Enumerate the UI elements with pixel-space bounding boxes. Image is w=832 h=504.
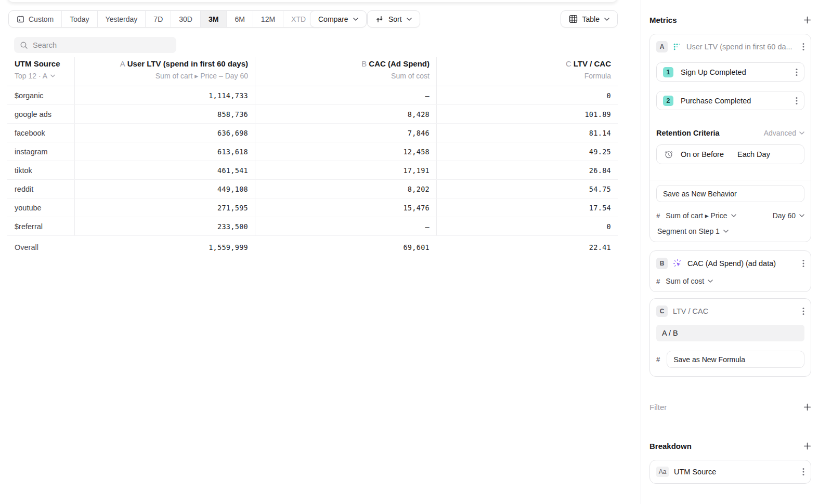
formula-input[interactable]: A / B bbox=[656, 325, 804, 341]
add-breakdown-button[interactable] bbox=[803, 442, 811, 450]
kebab-menu-icon[interactable] bbox=[802, 43, 804, 51]
cell-utm-source: youtube bbox=[7, 198, 74, 217]
date-range-label: 6M bbox=[235, 15, 244, 23]
date-range-label: 12M bbox=[261, 15, 275, 23]
column-subtitle: Sum of cost bbox=[391, 72, 430, 80]
advanced-label: Advanced bbox=[764, 129, 796, 137]
kebab-menu-icon[interactable] bbox=[796, 97, 798, 105]
day-window-label: Day 60 bbox=[773, 211, 796, 220]
table-row[interactable]: instagram 613,618 12,458 49.25 bbox=[7, 142, 618, 161]
save-as-new-formula-button[interactable]: Save as New Formula bbox=[667, 351, 804, 368]
column-letter: B bbox=[361, 59, 367, 68]
table-row[interactable]: facebook 636,698 7,846 81.14 bbox=[7, 124, 618, 142]
date-range-yesterday[interactable]: Yesterday bbox=[98, 11, 146, 27]
measure-property-dropdown[interactable]: Sum of cost bbox=[666, 277, 713, 285]
search-input[interactable] bbox=[33, 41, 171, 49]
retention-metric-icon bbox=[673, 43, 681, 51]
breakdown-table: UTM Source Top 12 · A AUser LTV (spend i… bbox=[7, 57, 618, 259]
chevron-down-icon[interactable] bbox=[50, 74, 55, 77]
criteria-condition[interactable]: On or Before bbox=[681, 150, 724, 158]
advanced-dropdown[interactable]: Advanced bbox=[764, 129, 804, 137]
table-row[interactable]: youtube 271,595 15,476 17.54 bbox=[7, 198, 618, 217]
table-row[interactable]: google ads 858,736 8,428 101.89 bbox=[7, 105, 618, 124]
kebab-menu-icon[interactable] bbox=[802, 259, 804, 268]
column-header-utm-source[interactable]: UTM Source Top 12 · A bbox=[7, 57, 74, 86]
chevron-down-icon bbox=[731, 214, 736, 217]
metric-title[interactable]: User LTV (spend in first 60 da... bbox=[686, 43, 797, 51]
breakdown-item-card[interactable]: Aa UTM Source bbox=[649, 460, 811, 484]
metric-card-a: A User LTV (spend in first 60 da... 1 Si… bbox=[649, 34, 811, 242]
cell-utm-source: reddit bbox=[7, 180, 74, 198]
metrics-title: Metrics bbox=[649, 16, 677, 24]
measure-property-label: Sum of cost bbox=[666, 277, 704, 285]
card-divider bbox=[650, 180, 811, 180]
column-header-ltv-cac[interactable]: CLTV / CAC Formula bbox=[436, 57, 618, 86]
metric-card-c: C LTV / CAC A / B # Save as New Formula bbox=[649, 298, 811, 377]
add-metric-button[interactable] bbox=[803, 16, 811, 24]
cell-user-ltv: 449,108 bbox=[74, 180, 255, 198]
table-row[interactable]: tiktok 461,541 17,191 26.84 bbox=[7, 161, 618, 180]
date-range-7d[interactable]: 7D bbox=[146, 11, 171, 27]
table-row[interactable]: reddit 449,108 8,202 54.75 bbox=[7, 180, 618, 198]
column-subtitle: Top 12 · A bbox=[15, 72, 47, 80]
column-header-cac[interactable]: BCAC (Ad Spend) Sum of cost bbox=[255, 57, 436, 86]
sort-button[interactable]: Sort bbox=[367, 10, 420, 28]
column-subtitle: Formula bbox=[584, 72, 611, 80]
date-range-6m[interactable]: 6M bbox=[227, 11, 253, 27]
breakdown-title: Breakdown bbox=[649, 442, 692, 450]
retention-criteria-row[interactable]: On or Before Each Day bbox=[656, 144, 804, 164]
funnel-step-1[interactable]: 1 Sign Up Completed bbox=[656, 62, 804, 82]
save-as-new-behavior-button[interactable]: Save as New Behavior bbox=[656, 185, 804, 202]
table-overall-row: Overall 1,559,999 69,601 22.41 bbox=[7, 236, 618, 259]
metric-card-b: B CAC (Ad Spend) (ad data) # Sum of cost bbox=[649, 250, 811, 292]
date-range-today[interactable]: Today bbox=[62, 11, 97, 27]
criteria-unit[interactable]: Each Day bbox=[737, 150, 770, 158]
date-range-30d[interactable]: 30D bbox=[171, 11, 201, 27]
compare-button[interactable]: Compare bbox=[310, 10, 367, 28]
string-property-badge: Aa bbox=[656, 467, 669, 477]
kebab-menu-icon[interactable] bbox=[796, 68, 798, 76]
view-type-label: Table bbox=[582, 15, 600, 23]
day-window-dropdown[interactable]: Day 60 bbox=[773, 211, 804, 220]
date-range-3m-selected[interactable]: 3M bbox=[201, 11, 227, 27]
save-formula-row: # Save as New Formula bbox=[656, 351, 804, 368]
segment-row: Segment on Step 1 bbox=[656, 227, 804, 235]
date-range-12m[interactable]: 12M bbox=[253, 11, 283, 27]
number-type-icon: # bbox=[656, 355, 660, 363]
cell-ltv-cac: 17.54 bbox=[436, 198, 618, 217]
table-row[interactable]: $referral 233,500 – 0 bbox=[7, 217, 618, 236]
cell-cac: 8,202 bbox=[255, 180, 436, 198]
cell-cac: 17,191 bbox=[255, 161, 436, 179]
cell-ltv-cac: 101.89 bbox=[436, 105, 618, 123]
scrolled-card-edge bbox=[7, 0, 618, 2]
funnel-step-2[interactable]: 2 Purchase Completed bbox=[656, 91, 804, 110]
cell-ltv-cac: 49.25 bbox=[436, 142, 618, 161]
view-type-table-button[interactable]: Table bbox=[561, 10, 618, 28]
measure-property-label: Sum of cart ▸ Price bbox=[666, 211, 727, 220]
column-title: User LTV (spend in first 60 days) bbox=[127, 59, 248, 68]
table-row[interactable]: $organic 1,114,733 – 0 bbox=[7, 86, 618, 105]
kebab-menu-icon[interactable] bbox=[802, 307, 804, 315]
date-range-label: Today bbox=[70, 15, 89, 23]
chevron-down-icon bbox=[799, 131, 804, 135]
add-filter-button[interactable] bbox=[803, 403, 811, 411]
search-box bbox=[14, 37, 176, 53]
save-behavior-label: Save as New Behavior bbox=[663, 190, 737, 198]
column-header-user-ltv[interactable]: AUser LTV (spend in first 60 days) Sum o… bbox=[74, 57, 255, 86]
metric-title[interactable]: CAC (Ad Spend) (ad data) bbox=[687, 259, 797, 268]
date-range-custom[interactable]: Custom bbox=[9, 11, 62, 27]
segment-on-step-dropdown[interactable]: Segment on Step 1 bbox=[657, 227, 729, 235]
table-header-row: UTM Source Top 12 · A AUser LTV (spend i… bbox=[7, 57, 618, 86]
cell-user-ltv: 613,618 bbox=[74, 142, 255, 161]
chevron-down-icon bbox=[407, 18, 412, 21]
cell-user-ltv: 858,736 bbox=[74, 105, 255, 123]
cell-user-ltv: 636,698 bbox=[74, 124, 255, 142]
kebab-menu-icon[interactable] bbox=[802, 468, 804, 476]
cell-user-ltv: 461,541 bbox=[74, 161, 255, 179]
metric-title[interactable]: LTV / CAC bbox=[673, 307, 797, 315]
formula-value: A / B bbox=[662, 329, 678, 337]
measure-property-dropdown[interactable]: Sum of cart ▸ Price bbox=[666, 211, 736, 220]
search-icon bbox=[20, 41, 28, 49]
cell-ltv-cac: 0 bbox=[436, 86, 618, 104]
calendar-icon bbox=[17, 15, 24, 23]
